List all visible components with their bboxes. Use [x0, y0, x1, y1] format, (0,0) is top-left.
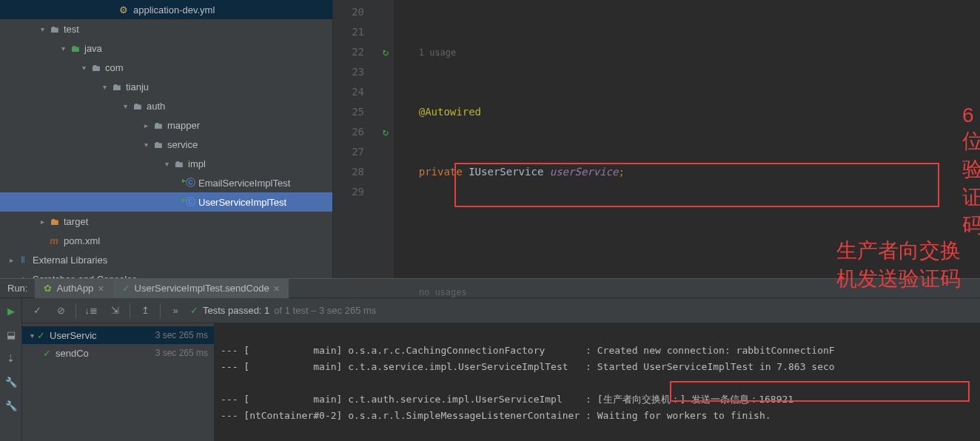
check-icon: ✓ — [37, 330, 45, 341]
line-gutter: 20212223242526272829 — [333, 0, 377, 278]
run-sidebar: ▶ ⬓ ⇣ 🔧 🔧 — [0, 298, 22, 441]
tree-folder-mapper[interactable]: ▸🖿mapper — [0, 115, 332, 135]
project-tree[interactable]: ⚙application-dev.yml ▾🖿test ▾🖿java ▾🖿com… — [0, 0, 333, 278]
source-folder-icon: 🖿 — [68, 43, 81, 54]
tree-label: java — [84, 43, 102, 54]
package-icon: 🖿 — [110, 81, 123, 92]
console-line: --- [ main] c.t.a.service.impl.UserServi… — [221, 361, 835, 372]
stop-button[interactable]: ⬓ — [3, 326, 19, 343]
console-line: --- [ main] c.t.auth.service.impl.UserSe… — [221, 394, 793, 405]
vcs-icon[interactable]: ↻ — [383, 42, 389, 62]
tree-label: com — [105, 62, 124, 73]
yaml-icon: ⚙ — [117, 4, 130, 16]
test-icon: ✓ — [122, 283, 130, 294]
sort-button[interactable]: ↓≣ — [82, 302, 100, 320]
chevron-down-icon: ▾ — [161, 160, 172, 168]
down-button[interactable]: ⇣ — [3, 350, 19, 366]
tree-label: target — [64, 216, 88, 227]
tree-label: Scratches and Consoles — [33, 274, 137, 279]
rerun-button[interactable]: ▶ — [3, 303, 19, 319]
tree-file-pom[interactable]: mpom.xml — [0, 231, 332, 250]
tree-label: application-dev.yml — [133, 4, 215, 16]
tree-scratches[interactable]: ▸⟐Scratches and Consoles — [0, 269, 332, 278]
console-output[interactable]: --- [ main] o.s.a.r.c.CachingConnectionF… — [215, 323, 980, 441]
console-line: --- [ main] o.s.a.r.c.CachingConnectionF… — [221, 345, 835, 356]
tree-label: tianju — [126, 81, 149, 92]
test-tree[interactable]: ▾✓UserServic3 sec 265 ms ✓sendCo3 sec 26… — [22, 323, 215, 441]
more-button[interactable]: » — [167, 302, 184, 320]
tree-folder-tianju[interactable]: ▾🖿tianju — [0, 77, 332, 96]
check-icon: ✓ — [190, 305, 198, 316]
library-icon: ⫴ — [16, 254, 30, 266]
run-tab-authapp[interactable]: ✿AuthApp× — [35, 279, 113, 298]
run-tab-usertest[interactable]: ✓UserServiceImplTest.sendCode× — [113, 279, 289, 298]
tree-label: service — [167, 139, 198, 150]
tree-label: pom.xml — [64, 235, 100, 246]
tree-label: UserServiceImplTest — [198, 197, 286, 208]
check-button[interactable]: ✓ — [28, 302, 46, 320]
tree-file-app-dev[interactable]: ⚙application-dev.yml — [0, 0, 332, 19]
chevron-down-icon: ▾ — [78, 64, 89, 72]
tree-label: test — [64, 24, 79, 35]
tree-label: EmailServiceImplTest — [198, 178, 290, 189]
chevron-right-icon: ▸ — [37, 218, 47, 226]
chevron-down-icon: ▾ — [120, 102, 130, 110]
annotation: @Autowired — [419, 106, 481, 118]
tree-label: auth — [147, 101, 165, 112]
run-label: Run: — [0, 283, 35, 294]
close-icon[interactable]: × — [98, 283, 104, 294]
tree-label: impl — [188, 158, 206, 169]
tree-label: mapper — [167, 120, 200, 131]
skip-button[interactable]: ⊘ — [52, 302, 70, 320]
package-icon: 🖿 — [130, 101, 144, 112]
tree-folder-service[interactable]: ▾🖿service — [0, 135, 332, 154]
chevron-down-icon: ▾ — [37, 25, 47, 33]
tree-folder-target[interactable]: ▸🖿target — [0, 212, 332, 231]
test-class-icon: ▸ⓒ — [182, 176, 195, 189]
tree-label: External Libraries — [33, 255, 107, 266]
annotation-text: 生产者向交换机发送验证码 — [836, 237, 980, 293]
console-line: --- [ntContainer#0-2] o.s.a.r.l.SimpleMe… — [221, 410, 771, 421]
chevron-right-icon: ▸ — [6, 256, 16, 264]
tree-folder-test[interactable]: ▾🖿test — [0, 19, 332, 38]
chevron-right-icon: ▸ — [6, 275, 16, 279]
usage-hint: 1 usage — [419, 47, 457, 58]
tree-folder-impl[interactable]: ▾🖿impl — [0, 154, 332, 173]
spring-icon: ✿ — [44, 283, 52, 294]
chevron-down-icon: ▾ — [99, 83, 110, 91]
chevron-down-icon: ▾ — [27, 331, 37, 340]
expand-button[interactable]: ⇲ — [106, 302, 124, 320]
tree-folder-java[interactable]: ▾🖿java — [0, 38, 332, 58]
tree-folder-auth[interactable]: ▾🖿auth — [0, 96, 332, 115]
export-button[interactable]: ↥ — [136, 302, 154, 320]
test-class-icon: ▸ⓒ — [182, 195, 195, 209]
package-icon: 🖿 — [151, 120, 164, 131]
tree-class-usertest[interactable]: ▸ⓒUserServiceImplTest — [0, 192, 332, 212]
folder-icon: 🖿 — [47, 24, 61, 35]
annotation-text: 6位验证码 — [962, 104, 980, 240]
test-tree-item[interactable]: ✓sendCo3 sec 265 ms — [22, 344, 214, 362]
vcs-icon[interactable]: ↻ — [383, 122, 389, 142]
tree-folder-com[interactable]: ▾🖿com — [0, 58, 332, 77]
chevron-down-icon: ▾ — [58, 44, 68, 53]
test-status: ✓Tests passed: 1 of 1 test – 3 sec 265 m… — [190, 305, 376, 316]
gutter-icons: ↻↻ — [377, 0, 394, 278]
target-folder-icon: 🖿 — [47, 216, 61, 227]
chevron-down-icon: ▾ — [141, 141, 151, 149]
tree-class-emailtest[interactable]: ▸ⓒEmailServiceImplTest — [0, 173, 332, 192]
chevron-right-icon: ▸ — [141, 121, 151, 129]
package-icon: 🖿 — [89, 62, 102, 73]
pin-button[interactable]: 🔧 — [3, 397, 19, 414]
maven-icon: m — [47, 235, 61, 246]
check-icon: ✓ — [43, 348, 51, 359]
usage-hint: no usages — [419, 287, 467, 297]
tree-external-libs[interactable]: ▸⫴External Libraries — [0, 250, 332, 269]
settings-button[interactable]: 🔧 — [3, 374, 19, 390]
test-tree-root[interactable]: ▾✓UserServic3 sec 265 ms — [22, 326, 214, 344]
package-icon: 🖿 — [172, 158, 185, 169]
package-icon: 🖿 — [151, 139, 164, 150]
close-icon[interactable]: × — [274, 283, 280, 294]
scratch-icon: ⟐ — [16, 274, 30, 279]
code-editor[interactable]: 20212223242526272829 ↻↻ 1 usage @Autowir… — [333, 0, 980, 278]
